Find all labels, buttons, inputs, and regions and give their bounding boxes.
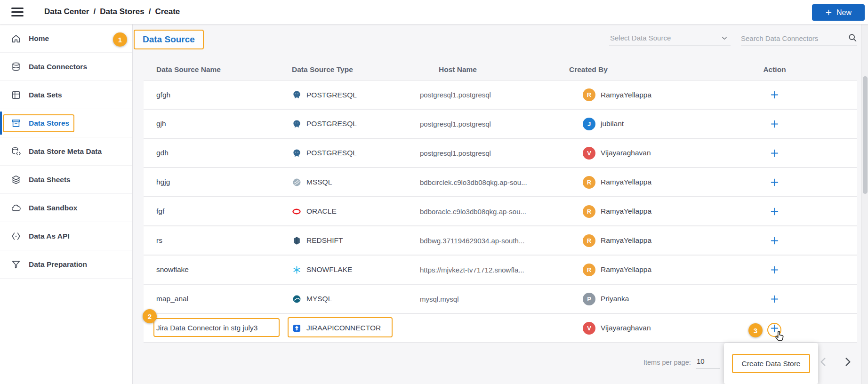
table-row: gjhPOSTGRESQLpostgresql1.postgresqlJjubi… (144, 110, 857, 139)
table-row: rsREDSHIFTbdbwg.371194629034.ap-south...… (144, 226, 857, 256)
search-connectors-field (741, 31, 857, 46)
data-sets-icon (10, 89, 22, 101)
add-datastore-icon[interactable] (769, 294, 780, 304)
previous-page-button[interactable] (817, 356, 829, 370)
table-row: gfghPOSTGRESQLpostgresql1.postgresqlRRam… (144, 80, 857, 110)
plus-icon (825, 9, 832, 16)
data-stores-icon (10, 118, 22, 129)
select-placeholder: Select Data Source (610, 34, 671, 42)
add-datastore-icon[interactable] (769, 235, 780, 246)
add-datastore-icon[interactable] (769, 264, 780, 275)
sidebar: HomeData ConnectorsData SetsData StoresD… (0, 24, 133, 384)
created-by-cell: RRamyaYellappa (555, 264, 715, 276)
next-page-button[interactable] (842, 356, 854, 370)
data-source-type-cell: POSTGRESQL (281, 90, 419, 100)
hamburger-menu-icon[interactable] (11, 8, 24, 17)
data-source-name: Jira Data Connector in stg july3 (144, 324, 281, 332)
table-row: fgfORACLEbdboracle.c9lo3db08qkg.ap-sou..… (144, 197, 857, 226)
created-by-cell: VVijayaraghavan (555, 322, 715, 335)
annotation-step-3-badge: 3 (748, 323, 763, 337)
data-source-type-cell: MYSQL (281, 294, 419, 304)
select-data-source-dropdown[interactable]: Select Data Source (609, 31, 731, 46)
sidebar-item-label: Data Connectors (29, 63, 87, 71)
data-source-type: ORACLE (306, 207, 337, 216)
data-source-type-cell: SNOWFLAKE (281, 265, 419, 274)
sidebar-item-data-sets[interactable]: Data Sets (0, 81, 132, 109)
add-datastore-icon[interactable] (769, 119, 780, 129)
host-name: bdboracle.c9lo3db08qkg.ap-sou... (419, 208, 555, 216)
data-source-type: POSTGRESQL (306, 91, 357, 99)
scrollbar-thumb[interactable] (863, 76, 868, 194)
redshift-icon (292, 236, 301, 245)
add-datastore-icon[interactable] (769, 323, 780, 334)
search-input[interactable] (741, 31, 840, 45)
mysql-icon (292, 294, 301, 304)
add-datastore-icon[interactable] (769, 206, 780, 217)
avatar: R (583, 264, 595, 276)
avatar: R (583, 205, 595, 218)
host-name: postgresql1.postgresql (419, 149, 555, 157)
create-data-store-popup: Create Data Store (724, 343, 818, 384)
created-by: jubilant (601, 120, 624, 128)
created-by-cell: RRamyaYellappa (555, 234, 715, 247)
data-source-type: SNOWFLAKE (306, 265, 352, 274)
items-per-page-select[interactable]: 10 (696, 356, 720, 368)
data-source-name: gjh (144, 120, 281, 128)
data-source-type: MSSQL (306, 178, 332, 186)
jira-icon (292, 323, 301, 333)
host-name: https://mjvkezt-tv71712.snowfla... (419, 266, 555, 274)
vertical-scrollbar (861, 24, 868, 384)
data-source-name: hgjg (144, 178, 281, 186)
add-datastore-icon[interactable] (769, 89, 780, 100)
sidebar-item-data-connectors[interactable]: Data Connectors (0, 53, 132, 81)
data-source-type-cell: JIRAAPICONNECTOR (281, 323, 419, 333)
annotation-step-1-badge: 1 (113, 32, 127, 47)
add-datastore-icon[interactable] (769, 177, 780, 188)
sidebar-item-label: Data Sets (29, 91, 62, 99)
data-connectors-icon (10, 61, 22, 72)
avatar: P (583, 293, 595, 305)
home-icon (10, 33, 22, 44)
sidebar-item-data-preparation[interactable]: Data Preparation (0, 250, 132, 279)
created-by-cell: RRamyaYellappa (555, 88, 715, 101)
sidebar-item-data-sheets[interactable]: Data Sheets (0, 166, 132, 194)
data-sources-table: Data Source NameData Source TypeHost Nam… (144, 59, 857, 343)
items-per-page-label: Items per page: (643, 359, 691, 366)
host-name: bdbcirclek.c9lo3db08qkg.ap-sou... (419, 178, 555, 186)
breadcrumb-item-data-center[interactable]: Data Center (44, 7, 89, 16)
action-cell (715, 89, 857, 100)
table-header: Data Source NameData Source TypeHost Nam… (144, 59, 857, 80)
created-by: RamyaYellappa (601, 178, 651, 186)
host-name: postgresql1.postgresql (419, 120, 555, 128)
sidebar-item-data-sandbox[interactable]: Data Sandbox (0, 194, 132, 222)
action-cell (715, 294, 857, 304)
table-row: snowflakeSNOWFLAKEhttps://mjvkezt-tv7171… (144, 256, 857, 285)
sidebar-item-label: Data Sandbox (29, 204, 77, 212)
action-cell (715, 323, 857, 334)
add-datastore-icon[interactable] (769, 148, 780, 159)
data-source-type: POSTGRESQL (306, 149, 357, 157)
table-row: hgjgMSSQLbdbcirclek.c9lo3db08qkg.ap-sou.… (144, 168, 857, 197)
action-cell (715, 206, 857, 217)
action-cell (715, 148, 857, 159)
data-source-type-cell: ORACLE (281, 207, 419, 216)
host-name: mysql.mysql (419, 295, 555, 303)
sidebar-item-home[interactable]: Home (0, 24, 132, 53)
created-by-cell: VVijayaraghavan (555, 147, 715, 160)
sidebar-item-data-store-meta-data[interactable]: Data Store Meta Data (0, 137, 132, 166)
breadcrumb: Data Center/Data Stores/Create (44, 7, 180, 16)
created-by: RamyaYellappa (601, 265, 651, 274)
created-by-cell: RRamyaYellappa (555, 205, 715, 218)
create-data-store-button[interactable]: Create Data Store (732, 354, 810, 373)
topbar: Data Center/Data Stores/Create New (0, 0, 868, 24)
data-source-type: MYSQL (306, 295, 332, 303)
created-by: Vijayaraghavan (601, 149, 651, 157)
page-title: Data Source (134, 30, 204, 49)
search-icon[interactable] (848, 33, 857, 44)
sidebar-item-data-stores[interactable]: Data Stores (0, 109, 132, 137)
sidebar-item-label: Data Sheets (29, 176, 71, 184)
breadcrumb-item-data-stores[interactable]: Data Stores (100, 7, 144, 16)
new-button[interactable]: New (812, 4, 865, 21)
breadcrumb-item-create: Create (155, 7, 180, 16)
sidebar-item-data-as-api[interactable]: Data As API (0, 222, 132, 250)
